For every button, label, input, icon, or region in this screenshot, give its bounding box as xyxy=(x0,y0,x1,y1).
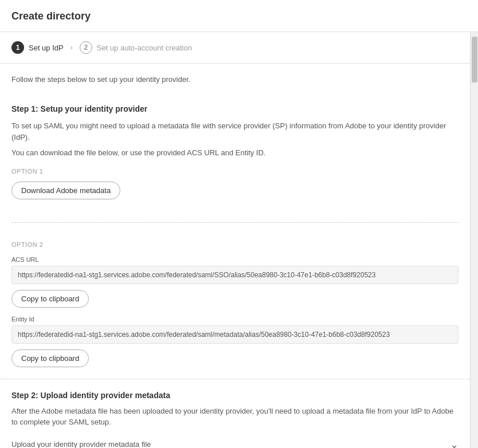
intro-section: Follow the steps below to set up your id… xyxy=(0,64,470,84)
copy-clipboard-button-2[interactable]: Copy to clipboard xyxy=(11,349,89,367)
upload-row[interactable]: Upload your identity provider metadata f… xyxy=(11,433,459,449)
step2-section: Step 2: Upload identity provider metadat… xyxy=(0,379,470,449)
option2-label: OPTION 2 xyxy=(11,241,459,248)
step-1-circle: 1 xyxy=(11,41,24,54)
step2-heading: Step 2: Upload identity provider metadat… xyxy=(11,391,459,400)
step-2-label: Set up auto-account creation xyxy=(97,44,192,52)
step-2-item: 2 Set up auto-account creation xyxy=(80,41,192,54)
content-area: 1 Set up IdP › 2 Set up auto-account cre… xyxy=(0,32,478,448)
steps-header: 1 Set up IdP › 2 Set up auto-account cre… xyxy=(0,32,470,64)
page-container: Create directory 1 Set up IdP › 2 Set up… xyxy=(0,0,478,448)
chevron-down-icon: ⌄ xyxy=(450,438,459,449)
step1-heading: Step 1: Setup your identity provider xyxy=(11,104,459,113)
upload-label: Upload your identity provider metadata f… xyxy=(11,440,151,448)
scrollbar-thumb xyxy=(472,37,477,82)
step-2-circle: 2 xyxy=(80,41,92,54)
step-1-label: Set up IdP xyxy=(29,44,64,52)
copy-clipboard-button-1[interactable]: Copy to clipboard xyxy=(11,290,89,308)
page-title: Create directory xyxy=(0,0,478,32)
intro-text: Follow the steps below to set up your id… xyxy=(11,75,459,84)
step1-block: Step 1: Setup your identity provider To … xyxy=(11,95,459,211)
entity-id-field: https://federatedid-na1-stg1.services.ad… xyxy=(11,325,459,344)
step1-section: Step 1: Setup your identity provider To … xyxy=(0,95,470,379)
step-1-item: 1 Set up IdP xyxy=(11,41,64,54)
acs-url-label: ACS URL xyxy=(11,256,459,263)
download-metadata-button[interactable]: Download Adobe metadata xyxy=(11,182,120,199)
step-arrow-icon: › xyxy=(70,44,73,52)
main-content: 1 Set up IdP › 2 Set up auto-account cre… xyxy=(0,32,470,448)
entity-id-label: Entity Id xyxy=(11,316,459,323)
scrollbar[interactable] xyxy=(470,32,478,448)
option1-label: OPTION 1 xyxy=(11,168,459,175)
acs-url-field: https://federatedid-na1-stg1.services.ad… xyxy=(11,266,459,284)
option2-block: OPTION 2 ACS URL https://federatedid-na1… xyxy=(11,223,459,379)
step1-desc1: To set up SAML you might need to upload … xyxy=(11,120,459,143)
step1-desc2: You can download the file below, or use … xyxy=(11,147,459,159)
step2-description: After the Adobe metadata file has been u… xyxy=(11,406,459,428)
